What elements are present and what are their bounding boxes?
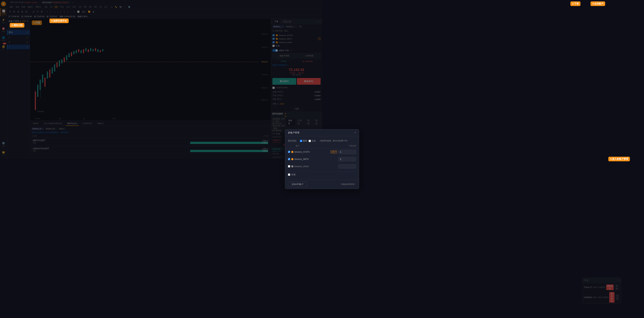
- modal-follow-text: 跟单: [303, 140, 307, 142]
- modal-account-checkbox-2[interactable]: [288, 158, 290, 159]
- modal-col-account: 账户: [292, 144, 322, 147]
- annotation-5-wrapper: 5.选择交易平台: [50, 18, 69, 23]
- modal-split-label[interactable]: 分仓: [308, 140, 316, 142]
- modal-dialog: 多账户管理 × 委托类型 跟单 分仓 （根据委托数量，乘以比例倍数下单）: [285, 129, 322, 159]
- modal-ratio-note: （根据委托数量，乘以比例倍数下单）: [319, 140, 322, 142]
- modal-overlay: 2.下单 3.点击账户 4.进入多账户管理 5.选择交易平台 6.增加分组 多账…: [0, 0, 322, 159]
- modal-account-icon-2: [291, 158, 294, 159]
- modal-col-check: [288, 144, 292, 147]
- modal-header: 多账户管理 ×: [285, 129, 322, 136]
- modal-follow-label[interactable]: 跟单: [300, 140, 307, 142]
- annotation-6-wrapper: 6.增加分组: [10, 23, 24, 28]
- modal-account-row-2: binance_WbTIi: [288, 156, 322, 159]
- modal-account-checkbox-1[interactable]: [288, 151, 290, 153]
- modal-account-name-2: binance_WbTIi: [294, 158, 322, 159]
- modal-account-icon-1: [291, 151, 294, 153]
- modal-table-header: 账户 下单比例: [288, 144, 322, 148]
- modal-order-type-label: 委托类型: [288, 140, 298, 142]
- modal-title: 多账户管理: [288, 131, 322, 134]
- modal-order-type-row: 委托类型 跟单 分仓 （根据委托数量，乘以比例倍数下单）: [288, 138, 322, 144]
- annotation-add-group: 6.增加分组: [10, 23, 24, 28]
- modal-split-checkbox[interactable]: [308, 140, 311, 142]
- modal-account-name-1: binance_mYZTv: [294, 151, 322, 153]
- modal-body: 委托类型 跟单 分仓 （根据委托数量，乘以比例倍数下单） 账户 下单比例: [285, 136, 322, 159]
- modal-follow-checkbox[interactable]: [300, 140, 302, 142]
- modal-account-row-1: binance_mYZTv 主账户: [288, 148, 322, 156]
- annotation-select-platform: 5.选择交易平台: [50, 18, 69, 23]
- modal-split-text: 分仓: [312, 140, 316, 142]
